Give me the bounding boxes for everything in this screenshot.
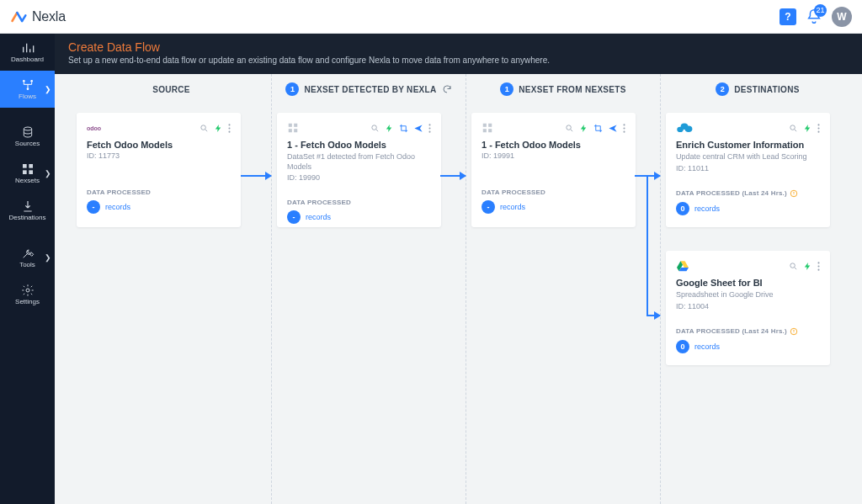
column-title: NEXSET DETECTED BY NEXLA	[304, 85, 436, 94]
search-icon[interactable]	[789, 262, 798, 271]
metric-value: -	[287, 210, 301, 224]
metric-link[interactable]: records	[306, 213, 331, 221]
sidebar-item-settings[interactable]: Settings	[0, 276, 55, 313]
destination-card-salesforce[interactable]: Enrich Customer Information Update centr…	[666, 113, 830, 227]
column-title: NEXSET FROM NEXSETS	[519, 85, 625, 94]
sidebar-label: Destinations	[8, 215, 45, 221]
gear-icon	[21, 284, 35, 297]
svg-point-40	[817, 268, 819, 270]
search-icon[interactable]	[370, 124, 380, 133]
card-id: ID: 19990	[287, 173, 431, 182]
column-header: 2 DESTINATIONS	[666, 74, 849, 104]
sidebar-item-tools[interactable]: Tools ❯	[0, 239, 55, 276]
sidebar-item-sources[interactable]: Sources	[0, 118, 55, 155]
page-subtitle: Set up a new end-to-end data flow or upd…	[68, 56, 849, 65]
warning-icon	[790, 189, 798, 198]
svg-rect-24	[488, 129, 492, 132]
topbar: Nexla ? 21 W	[0, 0, 862, 34]
transform-icon[interactable]	[399, 124, 408, 133]
card-id: ID: 11011	[676, 164, 820, 172]
more-icon[interactable]	[817, 124, 820, 133]
more-icon[interactable]	[428, 124, 431, 133]
card-footer-label: DATA PROCESSED	[87, 188, 231, 196]
search-icon[interactable]	[565, 124, 574, 133]
bar-chart-icon	[21, 41, 35, 55]
sidebar-item-flows[interactable]: Flows ❯	[0, 71, 55, 108]
column-count-badge: 2	[716, 82, 729, 96]
svg-point-38	[817, 262, 819, 263]
sidebar-label: Tools	[19, 262, 35, 268]
refresh-icon[interactable]	[442, 84, 452, 94]
sidebar-label: Flows	[19, 93, 36, 100]
flow-icon	[21, 78, 35, 92]
detected-card[interactable]: 1 - Fetch Odoo Models DataSet #1 detecte…	[277, 113, 441, 227]
svg-point-8	[26, 289, 29, 292]
sidebar-item-nexsets[interactable]: Nexsets ❯	[0, 155, 55, 192]
flow-canvas: SOURCE odoo Fetch Odoo Models ID: 11773 …	[55, 74, 862, 504]
notifications-button[interactable]: 21	[805, 8, 823, 26]
card-subtitle: DataSet #1 detected from Fetch Odoo Mode…	[287, 152, 431, 172]
sidebar-item-dashboard[interactable]: Dashboard	[0, 34, 55, 71]
svg-rect-6	[23, 170, 27, 174]
metric-link[interactable]: records	[105, 203, 130, 211]
more-icon[interactable]	[623, 124, 625, 133]
svg-point-35	[817, 130, 819, 132]
card-id: ID: 11773	[87, 151, 231, 160]
help-button[interactable]: ?	[780, 8, 796, 25]
svg-point-37	[790, 263, 795, 268]
brand-name: Nexla	[32, 9, 66, 24]
grid-icon	[21, 162, 35, 176]
source-card[interactable]: odoo Fetch Odoo Models ID: 11773 DATA PR…	[77, 113, 241, 227]
bolt-icon[interactable]	[803, 124, 812, 133]
user-avatar[interactable]: W	[832, 7, 852, 27]
card-title: 1 - Fetch Odoo Models	[482, 140, 625, 150]
svg-point-34	[817, 127, 819, 129]
connector-arrow	[241, 175, 271, 177]
send-icon[interactable]	[608, 124, 618, 133]
card-footer-label-text: DATA PROCESSED (Last 24 Hrs.)	[676, 327, 787, 335]
metric-link[interactable]: records	[500, 203, 525, 211]
more-icon[interactable]	[228, 124, 231, 133]
metric-link[interactable]: records	[694, 204, 720, 213]
connector-vline	[646, 175, 648, 316]
card-footer-label: DATA PROCESSED	[287, 199, 431, 206]
column-destinations: 2 DESTINATIONS Enrich Customer Informati…	[660, 74, 849, 504]
transform-icon[interactable]	[593, 124, 603, 133]
notification-count-badge: 21	[814, 4, 827, 17]
svg-rect-23	[483, 129, 487, 132]
send-icon[interactable]	[413, 124, 423, 133]
svg-point-19	[428, 127, 430, 129]
sidebar-label: Dashboard	[11, 56, 44, 63]
svg-rect-5	[29, 164, 33, 168]
svg-rect-16	[294, 129, 297, 132]
bolt-icon[interactable]	[385, 124, 394, 133]
dataset-icon	[287, 122, 306, 134]
card-footer-label: DATA PROCESSED (Last 24 Hrs.)	[676, 189, 820, 198]
svg-point-2	[26, 88, 29, 90]
svg-point-1	[30, 80, 33, 82]
bolt-icon[interactable]	[214, 124, 223, 133]
destination-card-googlesheet[interactable]: Google Sheet for BI Spreadsheet in Googl…	[666, 251, 830, 365]
bolt-icon[interactable]	[803, 262, 812, 271]
card-id: ID: 11004	[676, 302, 820, 310]
sidebar-item-destinations[interactable]: Destinations	[0, 192, 55, 229]
topbar-right: ? 21 W	[780, 7, 852, 27]
brand[interactable]: Nexla	[10, 8, 66, 25]
column-title: DESTINATIONS	[734, 85, 799, 94]
svg-point-39	[817, 265, 819, 267]
card-title: Google Sheet for BI	[676, 278, 820, 288]
svg-point-10	[228, 124, 230, 125]
svg-point-31	[685, 126, 693, 133]
page-title: Create Data Flow	[68, 40, 849, 54]
search-icon[interactable]	[789, 124, 798, 133]
svg-point-32	[790, 125, 795, 130]
svg-point-12	[228, 130, 230, 132]
more-icon[interactable]	[817, 262, 820, 271]
card-subtitle: Spreadsheet in Google Drive	[676, 290, 820, 300]
bolt-icon[interactable]	[579, 124, 588, 133]
metric-link[interactable]: records	[694, 342, 720, 351]
search-icon[interactable]	[200, 124, 209, 133]
column-title: SOURCE	[152, 85, 190, 94]
nexset-card[interactable]: 1 - Fetch Odoo Models ID: 19991 DATA PRO…	[471, 113, 636, 227]
svg-point-0	[23, 80, 25, 82]
